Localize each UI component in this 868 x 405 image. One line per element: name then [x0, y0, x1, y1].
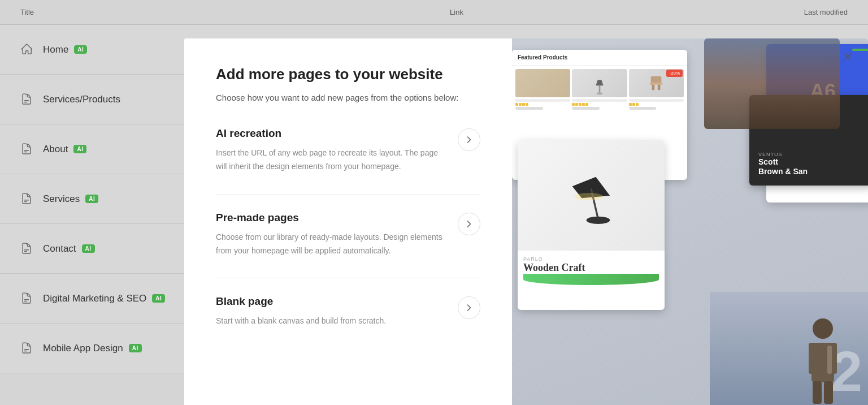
star-rating — [515, 103, 570, 106]
option-content: Pre-made pages Choose from our library o… — [216, 212, 458, 258]
featured-header: Featured Products — [512, 50, 687, 66]
wooden-craft-title: Wooden Craft — [523, 262, 659, 274]
ai-badge-home: AI — [74, 45, 87, 54]
option-title-premade: Pre-made pages — [216, 212, 446, 224]
option-blank: Blank page Start with a blank canvas and… — [216, 278, 480, 328]
option-desc-ai: Insert the URL of any web page to recrea… — [216, 147, 446, 174]
product-grid — [512, 66, 687, 113]
lamp-image-area — [518, 140, 665, 251]
row-title-mobile: Mobile App Design — [43, 343, 123, 354]
page-icon — [20, 143, 34, 156]
option-arrow-premade[interactable] — [458, 213, 480, 235]
column-modified: Last modified — [706, 8, 848, 16]
option-premade: Pre-made pages Choose from our library o… — [216, 194, 480, 258]
ai-badge-services: AI — [85, 195, 98, 203]
pablo-brand: PARLO — [523, 256, 659, 262]
product-item — [515, 69, 570, 110]
person-silhouette — [800, 314, 845, 405]
page-icon — [20, 342, 34, 355]
row-title-services: Services — [43, 193, 80, 205]
modal-right-panel: Featured Products — [512, 38, 868, 405]
row-title-digital-marketing: Digital Marketing & SEO — [43, 293, 146, 304]
row-title-contact: Contact — [43, 243, 76, 255]
option-ai-recreation: AI recreation Insert the URL of any web … — [216, 127, 480, 174]
svg-rect-16 — [824, 381, 833, 404]
option-content: Blank page Start with a blank canvas and… — [216, 295, 458, 328]
product-name-line — [572, 99, 627, 102]
product-item — [572, 69, 627, 110]
wooden-craft-card: PARLO Wooden Craft — [518, 140, 665, 310]
star-rating — [572, 103, 627, 106]
svg-point-9 — [587, 216, 610, 223]
svg-point-10 — [575, 193, 603, 200]
landscape-image — [704, 38, 840, 129]
modal-title: Add more pages to your website — [216, 66, 480, 83]
product-price — [629, 107, 657, 110]
option-desc-premade: Choose from our library of ready-made la… — [216, 231, 446, 258]
page-icon — [20, 292, 34, 305]
website-collage: Featured Products — [512, 38, 868, 405]
lamp-card-info: PARLO Wooden Craft — [518, 251, 665, 291]
page-icon — [20, 93, 34, 106]
svg-rect-3 — [651, 76, 662, 84]
scott-name: ScottBrown & San — [758, 157, 865, 176]
product-name-line — [629, 99, 684, 102]
green-wave-decoration — [523, 274, 659, 285]
product-price — [572, 107, 600, 110]
svg-rect-15 — [813, 381, 822, 404]
svg-rect-13 — [809, 343, 815, 374]
modal-subtitle: Choose how you want to add new pages fro… — [216, 91, 480, 105]
star-rating — [629, 103, 684, 106]
ai-badge-about: AI — [73, 145, 86, 153]
close-button[interactable] — [839, 48, 857, 66]
option-title-blank: Blank page — [216, 295, 446, 308]
option-arrow-blank[interactable] — [458, 296, 480, 319]
svg-marker-0 — [596, 80, 603, 85]
product-name-line — [515, 99, 570, 102]
svg-point-2 — [597, 92, 603, 94]
product-price — [515, 107, 543, 110]
add-pages-modal: Add more pages to your website Choose ho… — [184, 38, 868, 405]
option-arrow-ai[interactable] — [458, 128, 480, 151]
column-link: Link — [207, 8, 706, 16]
sale-badge: -20% — [666, 70, 683, 77]
svg-rect-17 — [827, 346, 832, 374]
svg-point-11 — [813, 318, 833, 339]
option-content: AI recreation Insert the URL of any web … — [216, 127, 458, 174]
ai-badge-digital: AI — [152, 294, 165, 303]
svg-rect-1 — [599, 85, 601, 93]
home-icon — [20, 43, 34, 57]
option-desc-blank: Start with a blank canvas and build from… — [216, 314, 446, 328]
table-header: Title Link Last modified — [0, 0, 868, 25]
page-icon — [20, 192, 34, 206]
option-title-ai: AI recreation — [216, 127, 446, 140]
ai-badge-mobile: AI — [129, 344, 142, 352]
page-icon — [20, 242, 34, 256]
ai-badge-contact: AI — [82, 244, 95, 253]
svg-rect-6 — [650, 83, 662, 85]
scott-label: VENTUS — [758, 152, 865, 157]
modal-left-panel: Add more pages to your website Choose ho… — [184, 38, 512, 405]
row-title-about: About — [43, 144, 68, 155]
row-title-services-products: Services/Products — [43, 94, 120, 105]
featured-title: Featured Products — [518, 54, 682, 61]
column-title: Title — [20, 8, 207, 16]
bottom-right-area: 2 — [710, 292, 868, 405]
row-title-home: Home — [43, 44, 68, 55]
